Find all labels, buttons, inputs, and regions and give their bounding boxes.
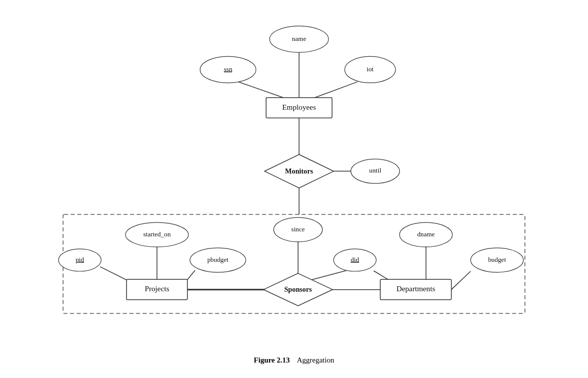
- attr-started-on-label: started_on: [143, 230, 171, 238]
- attr-budget-label: budget: [488, 256, 506, 263]
- figure-caption-text: Aggregation: [297, 356, 334, 364]
- attr-iot-label: iot: [367, 65, 374, 73]
- attr-name-label: name: [292, 35, 306, 42]
- svg-line-15: [451, 271, 471, 290]
- attr-did-label: did: [351, 256, 359, 263]
- svg-line-1: [238, 82, 284, 98]
- attr-pid-label: pid: [76, 256, 84, 263]
- entity-projects-label: Projects: [145, 284, 169, 293]
- figure-number: Figure 2.13: [254, 356, 290, 364]
- figure-caption: Figure 2.13 Aggregation: [20, 356, 568, 365]
- attr-until-label: until: [369, 167, 382, 174]
- attr-pbudget-label: pbudget: [207, 256, 229, 263]
- attr-ssn-label: ssn: [224, 65, 232, 73]
- entity-employees-label: Employees: [282, 103, 316, 111]
- rel-sponsors-label: Sponsors: [284, 285, 312, 293]
- entity-departments-label: Departments: [396, 284, 435, 293]
- diagram-container: name ssn iot Employees Monitors until pi…: [20, 9, 568, 369]
- svg-line-2: [315, 82, 358, 98]
- attr-dname-label: dname: [417, 230, 435, 238]
- svg-line-12: [309, 270, 347, 280]
- rel-monitors-label: Monitors: [285, 167, 313, 175]
- attr-since-label: since: [292, 225, 305, 233]
